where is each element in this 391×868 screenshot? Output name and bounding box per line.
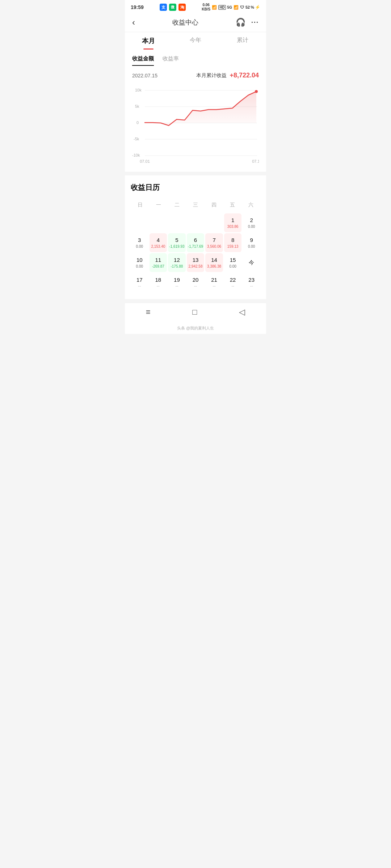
day-number: 3 [138,237,141,244]
svg-text:-5k: -5k [134,137,139,141]
day-number: 18 [155,276,161,284]
cal-cell-d19[interactable]: 19-- [168,273,186,292]
weekday-sat: 六 [242,200,260,210]
tab-total[interactable]: 累计 [219,37,266,50]
headset-icon[interactable]: 🎧 [236,18,245,27]
home-icon[interactable]: □ [192,307,197,317]
svg-text:0: 0 [136,120,139,125]
cal-cell-d10[interactable]: 100.00 [131,253,148,272]
back-icon[interactable]: ◁ [239,307,245,317]
cal-cell-d11[interactable]: 11-269.87 [150,253,167,272]
svg-text:07.01: 07.01 [140,159,150,163]
cal-cell-d6[interactable]: 6-1,717.69 [187,233,205,252]
svg-text:07.15: 07.15 [252,159,259,163]
day-number: 12 [174,256,180,264]
day-number: 1 [231,217,234,224]
cal-cell-d17[interactable]: 17-- [131,273,148,292]
svg-text:5k: 5k [135,104,139,109]
wechat-icon: 微 [169,4,176,11]
cal-cell-d16[interactable]: 今 [243,253,260,272]
menu-icon[interactable]: ≡ [146,307,151,317]
svg-text:-10k: -10k [132,153,140,157]
cal-cell-empty1[interactable] [131,213,148,232]
day-number: 11 [155,256,161,264]
taobao-icon: 淘 [178,4,186,11]
svg-point-12 [255,90,258,93]
network-speed: 0.06KB/S [202,3,210,12]
weekday-tue: 二 [168,200,186,210]
5g-badge: 5G [227,5,232,9]
cal-cell-d14[interactable]: 143,386.38 [205,253,223,272]
status-bar: 19:59 支 微 淘 0.06KB/S 📶 HD 5G 📶 🛡 52 % ⚡ [125,0,266,13]
chart-value: +8,722.04 [230,72,259,79]
chart-date: 2022.07.15 [132,73,157,78]
day-number: 20 [193,276,199,284]
day-number: 23 [248,276,255,284]
weekday-fri: 五 [223,200,242,210]
day-number: 4 [157,237,160,244]
period-tabs: 本月 今年 累计 [125,32,266,50]
status-app-icons: 支 微 淘 [160,4,186,11]
svg-text:10k: 10k [135,88,142,92]
cal-cell-d5[interactable]: 5-1,619.93 [168,233,186,252]
chart-label: 本月累计收益 [196,72,227,79]
day-number: 19 [174,276,180,284]
day-number: 21 [211,276,217,284]
hd-badge: HD [218,5,226,10]
calendar-section: 收益日历 日 一 二 三 四 五 六 1303.8620.0030.0042,1… [125,175,266,299]
back-button[interactable]: ‹ [132,17,135,27]
calendar-week-headers: 日 一 二 三 四 五 六 [131,200,260,210]
weekday-wed: 三 [186,200,205,210]
day-number: 13 [193,256,199,264]
page-title: 收益中心 [172,18,198,27]
cal-cell-empty3[interactable] [168,213,186,232]
cal-cell-d23[interactable]: 23-- [243,273,260,292]
watermark: 头条 @我的夏利人生 [125,324,266,334]
day-number: 9 [250,237,253,244]
chart-container: 10k 5k 0 -5k -10k 07.01 07.15 [132,85,259,165]
cal-cell-d21[interactable]: 21-- [205,273,223,292]
top-nav: ‹ 收益中心 🎧 ··· [125,13,266,32]
cal-cell-empty4[interactable] [187,213,205,232]
more-icon[interactable]: ··· [251,19,259,26]
cal-cell-d2[interactable]: 20.00 [243,213,260,232]
cal-cell-d15[interactable]: 150.00 [224,253,242,272]
nav-right-actions: 🎧 ··· [236,18,259,27]
day-number: 22 [230,276,236,284]
sub-tab-amount[interactable]: 收益金额 [132,55,154,66]
status-time: 19:59 [131,4,144,10]
day-number: 5 [175,237,178,244]
alipay-icon: 支 [160,4,167,11]
cal-cell-d20[interactable]: 20-- [187,273,205,292]
cal-cell-d1[interactable]: 1303.86 [224,213,242,232]
cal-cell-d9[interactable]: 90.00 [243,233,260,252]
tab-year[interactable]: 今年 [172,37,219,50]
tab-month[interactable]: 本月 [125,37,172,50]
chart-summary: 本月累计收益 +8,722.04 [196,72,259,79]
shield-icon: 🛡 [240,5,244,9]
cal-cell-d13[interactable]: 132,942.58 [187,253,205,272]
cal-cell-d8[interactable]: 8159.13 [224,233,242,252]
cal-cell-d7[interactable]: 73,560.06 [205,233,223,252]
day-number: 2 [250,217,253,224]
sub-tabs: 收益金额 收益率 [125,50,266,66]
signal-icon: 📶 [234,5,239,10]
day-number: 17 [136,276,143,284]
chart-section: 2022.07.15 本月累计收益 +8,722.04 10k 5k 0 -5k… [125,66,266,172]
weekday-mon: 一 [149,200,168,210]
sub-tab-rate[interactable]: 收益率 [163,55,179,66]
cal-cell-d4[interactable]: 42,153.40 [150,233,167,252]
cal-cell-empty5[interactable] [205,213,223,232]
cal-cell-empty2[interactable] [150,213,167,232]
status-right-icons: 0.06KB/S 📶 HD 5G 📶 🛡 52 % ⚡ [202,3,260,12]
day-number: 8 [231,237,234,244]
cal-cell-d22[interactable]: 22-- [224,273,242,292]
calendar-grid: 1303.8620.0030.0042,153.405-1,619.936-1,… [131,213,260,292]
day-number: 14 [211,256,217,264]
day-number: 15 [230,256,236,264]
bottom-nav: ≡ □ ◁ [125,303,266,324]
chart-meta: 2022.07.15 本月累计收益 +8,722.04 [132,72,259,79]
cal-cell-d12[interactable]: 12-175.88 [168,253,186,272]
cal-cell-d18[interactable]: 18-- [150,273,167,292]
cal-cell-d3[interactable]: 30.00 [131,233,148,252]
